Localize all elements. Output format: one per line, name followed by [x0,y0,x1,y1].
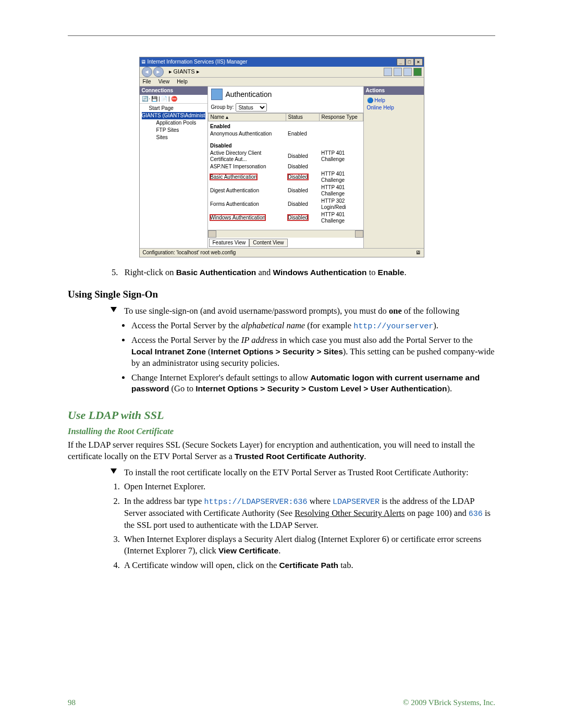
h-scrollbar[interactable] [208,230,363,238]
table-row[interactable]: Forms Authentication Disabled HTTP 302 L… [208,198,363,211]
tree-ftp[interactable]: FTP Sites [142,127,205,134]
ldap-lead-list: To install the root certificate locally … [68,465,495,480]
connections-panel: Connections 🔄· 💾| 📄| ⛔ Start Page GIANTS… [140,87,208,248]
scroll-left-button[interactable] [208,230,216,238]
groupby-select[interactable]: Status [236,103,267,112]
list-item: In the address bar type https://LDAPSERV… [122,494,495,532]
actions-panel: Actions 🔵 Help Online Help [364,87,424,248]
tree-appools[interactable]: Application Pools [142,119,205,127]
save-icon[interactable]: 💾 [151,96,157,102]
nav-bar: ◄ ► ▸ GIANTS ▸ [140,67,424,78]
window-close-button[interactable]: × [414,58,423,66]
tab-content[interactable]: Content View [249,239,287,247]
heading-sso: Using Single Sign-On [68,288,495,301]
window-titlebar: 🖥 Internet Information Services (IIS) Ma… [140,57,424,67]
col-response[interactable]: Response Type [319,114,363,121]
connections-tree[interactable]: Start Page GIANTS (GIANTS\Administrator)… [140,104,207,142]
col-name[interactable]: Name ▴ [208,114,286,121]
nav-fwd-button[interactable]: ► [153,67,164,77]
page-number: 98 [68,698,76,707]
window-max-button[interactable]: □ [406,58,414,66]
scroll-right-button[interactable] [355,230,363,238]
step-5: 5. Right-click on Basic Authentication a… [68,267,495,278]
table-row[interactable]: Active Directory Client Certificate Aut.… [208,150,363,163]
list-item: Access the Portal Server by the alphabet… [120,318,495,334]
ldap-intro-para: If the LDAP server requires SSL (Secure … [68,439,495,462]
refresh-icon[interactable]: 🔄 [142,96,148,102]
sso-sub-list: Access the Portal Server by the alphabet… [68,318,495,397]
toolbar-icon[interactable] [384,68,392,76]
tree-start-page[interactable]: Start Page [142,105,205,112]
main-panel: Authentication Group by: Status Name ▴ S… [208,87,364,248]
page-icon[interactable]: 📄 [161,96,167,102]
actions-online-help-link[interactable]: Online Help [367,104,421,112]
help-icon[interactable] [413,68,422,76]
sso-lead-list: To use single-sign-on (and avoid usernam… [68,304,495,318]
window-app-icon: 🖥 [141,59,146,65]
connections-toolbar: 🔄· 💾| 📄| ⛔ [140,95,207,104]
menu-view[interactable]: View [158,79,170,85]
list-item: To use single-sign-on (and avoid usernam… [111,304,495,318]
menu-file[interactable]: File [143,79,151,85]
view-tabs: Features View Content View [208,238,363,248]
status-icon: 🖥 [415,250,421,256]
table-row[interactable]: ASP.NET Impersonation Disabled [208,163,363,170]
ldap-steps: Open Internet Explorer. In the address b… [68,479,495,572]
connections-header: Connections [140,87,207,95]
tab-features[interactable]: Features View [209,239,250,247]
heading-root-cert: Installing the Root Certificate [68,426,495,437]
group-enabled: Enabled [208,121,363,131]
col-status[interactable]: Status [286,114,319,121]
table-row[interactable]: Digest Authentication Disabled HTTP 401 … [208,184,363,198]
window-min-button[interactable]: _ [397,58,405,66]
window-title: Internet Information Services (IIS) Mana… [146,59,396,65]
table-row[interactable]: Anonymous Authentication Enabled [208,130,363,138]
copyright: © 2009 VBrick Systems, Inc. [403,698,495,707]
group-disabled: Disabled [208,138,363,150]
list-item: Access the Portal Server by the IP addre… [120,333,495,370]
page-footer: 98 © 2009 VBrick Systems, Inc. [68,698,495,707]
groupby-label: Group by: [211,104,234,110]
stop-icon[interactable]: ⛔ [171,96,177,102]
heading-ldap-ssl: Use LDAP with SSL [68,408,495,423]
list-item: To install the root certificate locally … [111,465,495,480]
list-item: When Internet Explorer displays a Securi… [122,532,495,558]
groupby-row: Group by: Status [208,102,363,113]
authentication-icon [211,89,223,100]
menu-help[interactable]: Help [177,79,188,85]
list-item: Open Internet Explorer. [122,479,495,494]
list-item: A Certificate window will open, click on… [122,558,495,573]
menu-bar: File View Help [140,78,424,87]
tree-sites[interactable]: Sites [142,134,205,141]
actions-help-link[interactable]: 🔵 Help [367,97,421,104]
page: 🖥 Internet Information Services (IIS) Ma… [0,0,563,728]
table-header-row: Name ▴ Status Response Type [208,114,363,121]
breadcrumb[interactable]: ▸ GIANTS ▸ [169,68,200,75]
top-rule [68,35,495,36]
status-text: Configuration: 'localhost' root web.conf… [143,250,236,256]
list-item: Change Internet Explorer's default setti… [120,371,495,397]
actions-header: Actions [364,87,424,95]
toolbar-icon[interactable] [394,68,402,76]
toolbar-icon[interactable] [403,68,412,76]
document-body: 5. Right-click on Basic Authentication a… [68,267,495,573]
status-bar: Configuration: 'localhost' root web.conf… [140,248,424,257]
tree-server[interactable]: GIANTS (GIANTS\Administrator) [142,112,205,119]
main-heading: Authentication [208,87,363,102]
iis-screenshot: 🖥 Internet Information Services (IIS) Ma… [139,57,424,257]
nav-back-button[interactable]: ◄ [142,67,152,77]
main-title: Authentication [226,90,272,99]
table-row-basic-auth[interactable]: Basic Authentication Disabled HTTP 401 C… [208,170,363,184]
auth-table: Name ▴ Status Response Type Enabled Anon… [208,113,363,230]
table-row-win-auth[interactable]: Windows Authentication Disabled HTTP 401… [208,211,363,225]
